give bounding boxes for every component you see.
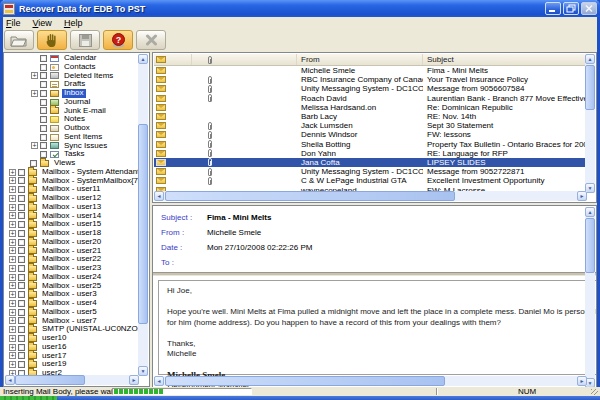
expander-icon[interactable]: + xyxy=(9,300,16,307)
checkbox[interactable] xyxy=(18,352,25,359)
checkbox[interactable] xyxy=(18,361,25,368)
mail-row[interactable]: Don YahnRE: Language for RFP xyxy=(154,149,595,158)
tree-hscrollbar-arrow-end[interactable]: ► xyxy=(129,375,139,385)
mail-row[interactable]: Dennis WindsorFW: lessons xyxy=(154,130,595,139)
expander-icon[interactable]: + xyxy=(9,309,16,316)
expander-icon[interactable]: + xyxy=(9,326,16,333)
checkbox[interactable] xyxy=(18,300,25,307)
checkbox[interactable] xyxy=(40,55,47,62)
mail-list-scrollbar-arrow-start[interactable]: ▲ xyxy=(585,54,595,64)
checkbox[interactable] xyxy=(18,239,25,246)
mail-list-hscrollbar-arrow-start[interactable]: ◄ xyxy=(154,191,164,201)
mail-list-scrollbar-thumb[interactable] xyxy=(585,65,595,110)
mail-list-scrollbar[interactable]: ▲▼ xyxy=(585,54,595,193)
header-attachment-column[interactable] xyxy=(192,54,297,65)
mail-row[interactable]: Sheila BottingProperty Tax Bulletin - On… xyxy=(154,140,595,149)
title-bar[interactable]: Recover Data for EDB To PST xyxy=(0,0,600,17)
mail-row[interactable]: Unity Messaging System - DC1COUNTY1Messa… xyxy=(154,167,595,176)
checkbox[interactable] xyxy=(40,99,47,106)
expander-icon[interactable]: + xyxy=(9,212,16,219)
expander-icon[interactable]: + xyxy=(9,352,16,359)
tree-scrollbar-arrow-end[interactable]: ▼ xyxy=(138,366,148,376)
expander-icon[interactable]: + xyxy=(9,291,16,298)
tree-item[interactable]: +user10 xyxy=(5,334,138,343)
expander-icon[interactable]: + xyxy=(9,186,16,193)
expander-icon[interactable]: + xyxy=(9,221,16,228)
expander-icon[interactable]: + xyxy=(9,335,16,342)
checkbox[interactable] xyxy=(18,265,25,272)
header-from-column[interactable]: From xyxy=(297,54,423,65)
mail-row[interactable]: Unity Messaging System - DC1COUNTY1Messa… xyxy=(154,84,595,93)
checkbox[interactable] xyxy=(40,72,47,79)
expander-icon[interactable]: + xyxy=(9,317,16,324)
expander-icon[interactable]: + xyxy=(9,239,16,246)
help-button[interactable]: ? xyxy=(103,30,133,50)
tree-item[interactable]: +user17 xyxy=(5,352,138,361)
open-button[interactable] xyxy=(4,30,34,50)
maximize-button[interactable] xyxy=(563,2,579,15)
checkbox[interactable] xyxy=(18,256,25,263)
expander-icon[interactable]: + xyxy=(9,344,16,351)
header-subject-column[interactable]: Subject xyxy=(423,54,595,65)
checkbox[interactable] xyxy=(18,335,25,342)
checkbox[interactable] xyxy=(18,186,25,193)
tree-hscrollbar-thumb[interactable] xyxy=(15,375,85,385)
mail-row[interactable]: Jana CoftaLIPSEY SLIDES xyxy=(154,158,595,167)
checkbox[interactable] xyxy=(18,230,25,237)
checkbox[interactable] xyxy=(40,90,47,97)
expander-icon[interactable]: + xyxy=(31,72,38,79)
menu-file[interactable]: File xyxy=(6,18,21,28)
menu-help[interactable]: Help xyxy=(64,18,83,28)
mail-list-hscrollbar-thumb[interactable] xyxy=(165,191,455,201)
expander-icon[interactable]: + xyxy=(9,204,16,211)
mail-row[interactable]: Roach DavidLaurentian Bank - Branch 877 … xyxy=(154,94,595,103)
resize-grip[interactable] xyxy=(591,389,598,395)
expander-icon[interactable]: + xyxy=(31,90,38,97)
tree-scrollbar[interactable]: ▲▼ xyxy=(138,54,148,376)
expander-icon[interactable]: + xyxy=(9,361,16,368)
tree-hscrollbar[interactable]: ◄► xyxy=(5,375,139,385)
preview-scrollbar-arrow-start[interactable]: ▲ xyxy=(585,207,595,217)
checkbox[interactable] xyxy=(40,64,47,71)
checkbox[interactable] xyxy=(18,344,25,351)
preview-hscrollbar-arrow-end[interactable]: ► xyxy=(577,376,587,386)
checkbox[interactable] xyxy=(40,107,47,114)
mail-row[interactable]: Barb LacyRE: Nov. 14th xyxy=(154,112,595,121)
expander-icon[interactable]: + xyxy=(9,247,16,254)
checkbox[interactable] xyxy=(18,169,25,176)
mail-row[interactable]: Melissa Hardsand.onRe: Dominican Republi… xyxy=(154,103,595,112)
checkbox[interactable] xyxy=(18,309,25,316)
expander-icon[interactable]: + xyxy=(31,142,38,149)
expander-icon[interactable]: + xyxy=(9,265,16,272)
checkbox[interactable] xyxy=(18,204,25,211)
mail-list-hscrollbar[interactable]: ◄► xyxy=(154,191,587,201)
checkbox[interactable] xyxy=(18,221,25,228)
checkbox[interactable] xyxy=(18,326,25,333)
checkbox[interactable] xyxy=(18,291,25,298)
checkbox[interactable] xyxy=(18,247,25,254)
checkbox[interactable] xyxy=(18,212,25,219)
minimize-button[interactable] xyxy=(545,2,561,15)
checkbox[interactable] xyxy=(18,282,25,289)
checkbox[interactable] xyxy=(40,81,47,88)
mail-row[interactable]: RBC Insurance Company of CanadaYour Trav… xyxy=(154,75,595,84)
expander-icon[interactable]: + xyxy=(9,282,16,289)
checkbox[interactable] xyxy=(40,116,47,123)
tree-item[interactable]: +SMTP (UNISTAL-UC0NZOZ-{705 xyxy=(5,325,138,334)
close-tool-button[interactable] xyxy=(136,30,166,50)
expander-icon[interactable]: + xyxy=(9,274,16,281)
tree-hscrollbar-arrow-start[interactable]: ◄ xyxy=(5,375,15,385)
tree-item[interactable]: +user19 xyxy=(5,360,138,369)
preview-scrollbar[interactable]: ▲▼ xyxy=(585,207,595,388)
save-button[interactable] xyxy=(70,30,100,50)
checkbox[interactable] xyxy=(18,177,25,184)
preview-hscrollbar-arrow-start[interactable]: ◄ xyxy=(154,376,164,386)
preview-hscrollbar[interactable]: ◄► xyxy=(154,376,587,386)
tree-item[interactable]: +user16 xyxy=(5,343,138,352)
expander-icon[interactable]: + xyxy=(9,169,16,176)
expander-icon[interactable]: + xyxy=(9,230,16,237)
checkbox[interactable] xyxy=(18,274,25,281)
tree-scrollbar-thumb[interactable] xyxy=(138,124,148,324)
mail-row[interactable]: Michelle SmeleFima - Mini Melts xyxy=(154,66,595,75)
tree-scrollbar-arrow-start[interactable]: ▲ xyxy=(138,54,148,64)
